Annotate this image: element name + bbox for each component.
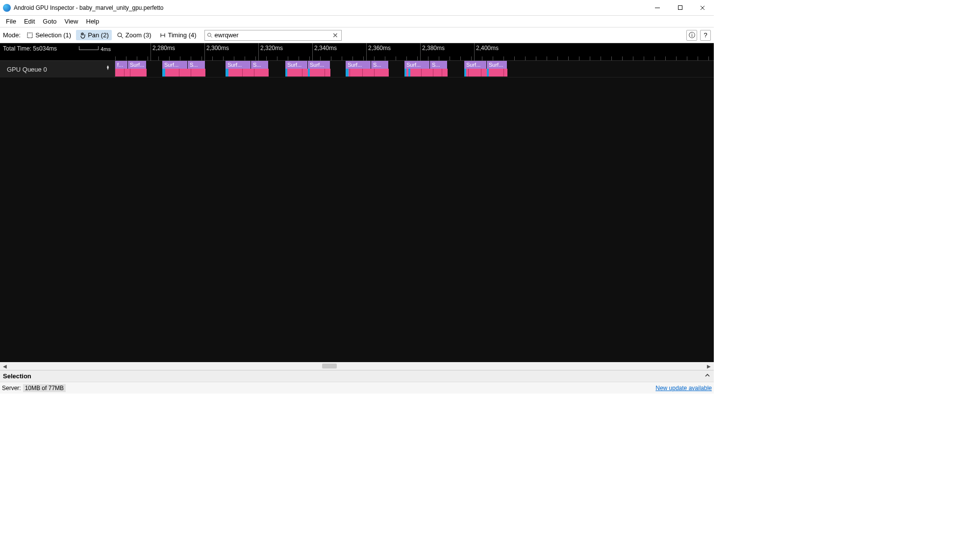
minimize-icon [654,5,660,11]
ruler-tick-minor [644,56,644,60]
slice[interactable]: Surf... [346,61,371,69]
ruler-tick-minor [234,56,234,60]
help-icon: ? [704,31,707,39]
ruler-tick-minor [698,56,698,60]
horizontal-scrollbar[interactable]: ◀ ▶ [0,362,714,370]
svg-rect-1 [678,6,682,10]
ruler-tick-minor [665,56,666,60]
time-ruler[interactable]: Total Time: 5s034ms 4ms 2,280ms2,300ms2,… [0,43,714,61]
slice-group[interactable]: f...Surf... [115,61,147,77]
slice[interactable]: Surf... [487,61,507,69]
ruler-tick-minor [428,56,428,60]
slice-group[interactable]: Surf...S... [162,61,205,77]
track-header[interactable]: GPU Queue 0 [0,61,115,78]
new-update-link[interactable]: New update available [655,385,712,392]
slice[interactable]: f... [115,61,128,69]
slice-detail[interactable] [346,69,389,77]
help-button[interactable]: ? [700,30,711,41]
slice[interactable]: S... [371,61,389,69]
scroll-right-button[interactable]: ▶ [705,363,713,369]
slice[interactable]: S... [430,61,448,69]
app-icon [3,4,11,12]
menu-view[interactable]: View [61,17,82,26]
track-body[interactable]: f...Surf...Surf...S...Surf...S...Surf...… [115,61,714,78]
ruler-tick-minor [687,56,687,60]
slice[interactable]: Surf... [128,61,147,69]
scrollbar-thumb[interactable] [322,364,337,368]
ruler-tick-minor [622,56,623,60]
search-input[interactable] [213,31,331,39]
selection-panel-header[interactable]: Selection [0,370,714,382]
ruler-tick-minor [601,56,601,60]
slice[interactable]: Surf... [285,61,308,69]
ruler-tick-minor [180,56,180,60]
ruler-tick-label: 2,400ms [476,45,499,52]
slice[interactable]: Surf... [162,61,188,69]
slice[interactable]: Surf... [308,61,330,69]
ruler-tick-minor [266,56,267,60]
ruler-tick-minor [363,56,364,60]
slice-group[interactable]: Surf...Surf... [285,61,330,77]
ruler-tick-minor [471,56,472,60]
slice-detail[interactable] [404,69,448,77]
slice-detail[interactable] [115,69,147,77]
pin-icon[interactable] [105,65,111,72]
timing-icon [159,32,166,39]
mode-selection-button[interactable]: Selection (1) [24,30,74,40]
info-icon: ⓘ [689,31,695,40]
slice-group[interactable]: Surf...S... [346,61,389,77]
ruler-tick-minor [255,56,256,60]
ruler-tick-minor [320,56,321,60]
menu-file[interactable]: File [2,17,20,26]
chevron-up-icon[interactable] [704,372,711,380]
info-button[interactable]: ⓘ [686,30,697,41]
menu-help[interactable]: Help [82,17,103,26]
slice[interactable]: Surf... [404,61,430,69]
ruler-tick-minor [536,56,536,60]
slice[interactable]: S... [251,61,269,69]
ruler-tick-minor [568,56,569,60]
search-icon [207,32,213,38]
menu-edit[interactable]: Edit [20,17,39,26]
scroll-left-button[interactable]: ◀ [1,363,9,369]
slice-detail[interactable] [162,69,205,77]
mode-zoom-button[interactable]: Zoom (3) [114,30,154,40]
selection-icon [26,32,33,39]
ruler-tick-label: 2,300ms [206,45,229,52]
search-clear-button[interactable]: ✕ [331,31,339,39]
slice-detail[interactable] [285,69,330,77]
slice-group[interactable]: Surf...Surf... [464,61,507,77]
ruler-tick-minor [374,56,375,60]
svg-point-5 [118,33,122,37]
menu-goto[interactable]: Goto [39,17,60,26]
ruler-tick-label: 2,280ms [152,45,175,52]
ruler-tick-minor [396,56,396,60]
slice-detail[interactable] [226,69,269,77]
maximize-button[interactable] [669,0,691,16]
total-time-label: Total Time: 5s034ms [3,45,57,52]
slice-detail[interactable] [464,69,507,77]
slice[interactable]: S... [188,61,205,69]
ruler-tick-minor [708,56,709,60]
slice-group[interactable]: Surf...S... [226,61,269,77]
search-field[interactable]: ✕ [204,30,342,41]
ruler-tick-minor [579,56,579,60]
slice-group[interactable]: Surf...S... [404,61,448,77]
ruler-tick-minor [503,56,504,60]
mode-pan-button[interactable]: Pan (2) [76,30,112,40]
svg-line-11 [210,36,212,37]
slice[interactable]: Surf... [226,61,251,69]
trace-area[interactable]: Total Time: 5s034ms 4ms 2,280ms2,300ms2,… [0,43,714,362]
ruler-tick-minor [223,56,224,60]
slice[interactable]: Surf... [464,61,487,69]
ruler-tick-label: 2,320ms [260,45,283,52]
ruler-tick-minor [547,56,547,60]
ruler-tick-minor [525,56,526,60]
minimize-button[interactable] [646,0,669,16]
window-title: Android GPU Inspector - baby_marvel_unit… [14,4,164,11]
svg-rect-4 [27,33,32,38]
toolbar: Mode: Selection (1)Pan (2)Zoom (3)Timing… [0,27,714,43]
mode-timing-button[interactable]: Timing (4) [156,30,200,40]
close-button[interactable] [691,0,714,16]
scrollbar-track[interactable] [9,363,705,369]
